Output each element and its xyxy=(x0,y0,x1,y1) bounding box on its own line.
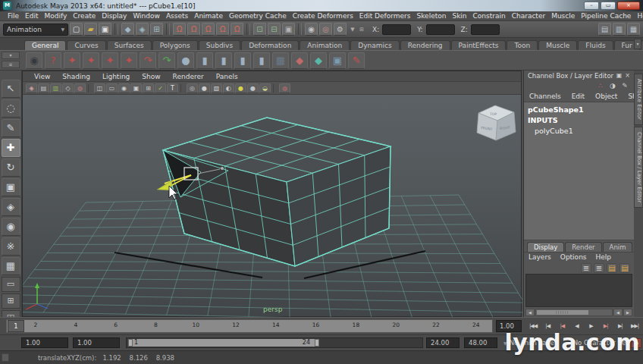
channel-box-menu-item[interactable]: Edit xyxy=(566,93,590,100)
menu-item[interactable]: Character xyxy=(509,12,548,20)
isolate-select-icon[interactable]: ◍ xyxy=(279,83,290,93)
viewport-canvas[interactable]: TOP FRONT RIGHT persp xyxy=(23,95,522,318)
default-lighting-icon[interactable]: ● xyxy=(235,83,246,93)
animation-start-field[interactable]: 1.00 xyxy=(21,337,68,348)
perspective-viewport[interactable]: ViewShadingLightingShowRendererPanels ◈▤… xyxy=(22,71,522,317)
safe-title-icon[interactable]: ✓ xyxy=(155,83,166,93)
shelf-item-6[interactable]: ✦ xyxy=(121,52,137,69)
soft-modification-tool[interactable]: ◉ xyxy=(2,218,20,236)
show-tool-settings-icon[interactable]: ▥ xyxy=(613,23,626,36)
bookmarks-icon[interactable]: ▥ xyxy=(50,83,61,93)
shelf-item-14[interactable]: ▦ xyxy=(272,52,289,69)
menu-item[interactable]: Constrain xyxy=(470,12,509,20)
scale-tool[interactable]: ▣ xyxy=(2,178,20,196)
shelf-tab[interactable]: Dynamics xyxy=(350,40,399,50)
move-tool[interactable]: ✚ xyxy=(2,139,20,157)
input-connections-icon[interactable]: ⊡ xyxy=(253,23,266,36)
create-empty-layer-icon[interactable]: ▤ xyxy=(607,263,617,273)
menu-item[interactable]: Assets xyxy=(163,12,191,20)
viewport-toolbar-icon[interactable] xyxy=(180,84,184,93)
snap-to-surface-icon[interactable]: Ω xyxy=(231,23,243,36)
lasso-tool[interactable]: ◌ xyxy=(2,99,20,118)
shelf-item-8[interactable]: ↷ xyxy=(158,52,175,69)
layer-editor-menu-item[interactable]: Options xyxy=(556,253,591,261)
absolute-mode-icon[interactable]: ⊞ xyxy=(357,24,366,35)
move-layer-icon[interactable]: ≣ xyxy=(581,263,591,273)
range-start-handle[interactable] xyxy=(128,339,133,347)
playback-range-bar[interactable]: 1 24 xyxy=(128,339,319,347)
close-button[interactable]: × xyxy=(617,2,640,10)
layer-editor-tab[interactable]: Render xyxy=(565,242,601,252)
toolbar-icon[interactable] xyxy=(246,24,250,35)
channel-node[interactable]: INPUTS xyxy=(524,115,634,126)
layer-editor-tab[interactable]: Display xyxy=(527,242,564,252)
shelf-item-16[interactable]: ◆ xyxy=(310,52,327,69)
shelf-tab[interactable]: Muscle xyxy=(538,40,577,50)
shelf-item-9[interactable]: ● xyxy=(177,52,194,69)
toolbar-icon[interactable] xyxy=(166,24,170,35)
shelf-tab[interactable]: Rendering xyxy=(400,40,450,50)
restore-button[interactable]: ▭ xyxy=(601,2,616,10)
viewport-toolbar-icon[interactable] xyxy=(88,84,92,93)
current-frame-indicator[interactable]: 1 xyxy=(8,320,24,332)
playback-end-field[interactable]: 24.00 xyxy=(426,337,460,348)
menu-item[interactable]: Modify xyxy=(42,12,71,20)
layer-editor-menu-item[interactable]: Layers xyxy=(524,253,556,261)
create-layer-from-selected-icon[interactable]: ▤ xyxy=(619,263,630,273)
shelf-tab[interactable]: Curves xyxy=(67,40,105,50)
channel-node[interactable]: pCubeShape1 xyxy=(524,105,634,115)
shelf-item-11[interactable]: ▮ xyxy=(215,52,232,69)
shelf-item-13[interactable]: ▮ xyxy=(253,52,270,69)
wireframe-icon[interactable]: ◎ xyxy=(187,83,198,93)
render-current-frame-icon[interactable]: ◉ xyxy=(305,23,318,36)
menu-item[interactable]: Skin xyxy=(449,12,469,20)
scrollbar-thumb[interactable] xyxy=(537,310,588,315)
show-manipulator-tool[interactable]: ※ xyxy=(2,237,20,256)
shelf-tab[interactable]: Polygons xyxy=(152,40,198,50)
shelf-tab[interactable]: Surfaces xyxy=(107,40,152,50)
menu-item[interactable]: Edit xyxy=(22,12,41,20)
new-scene-icon[interactable]: ▢ xyxy=(70,23,83,36)
select-component-icon[interactable]: ⊞ xyxy=(150,23,163,36)
command-line-input[interactable] xyxy=(2,353,9,362)
field-chart-icon[interactable]: ▣ xyxy=(130,83,142,93)
shelf-item-2[interactable]: ? xyxy=(45,52,61,69)
universal-manipulator-tool[interactable]: ◈ xyxy=(2,198,20,216)
menu-item[interactable]: Animate xyxy=(191,12,226,20)
layer-editor-tab[interactable]: Anim xyxy=(603,242,633,252)
snap-to-curve-icon[interactable]: Ω xyxy=(187,23,200,36)
menu-set-dropdown[interactable]: Animation ▼ xyxy=(3,24,68,36)
gate-mask-icon[interactable]: ◉ xyxy=(118,83,130,93)
camera-attributes-icon[interactable]: ▤ xyxy=(38,83,49,93)
shelf-item-17[interactable]: ▣ xyxy=(329,52,346,69)
menu-item[interactable]: Create xyxy=(70,12,99,20)
layout-single-pane-icon[interactable]: ▭ xyxy=(2,277,20,292)
menu-item[interactable]: Geometry Cache xyxy=(226,12,290,20)
sort-layers-icon[interactable]: ≣ xyxy=(594,263,604,273)
x-coordinate-field[interactable] xyxy=(382,24,411,35)
channel-box-menu-item[interactable]: Object xyxy=(590,93,623,100)
toolbar-icon[interactable] xyxy=(298,24,302,35)
panel-menu-item[interactable]: Shading xyxy=(57,73,96,80)
panel-menu-item[interactable]: Show xyxy=(136,73,165,80)
menu-item[interactable]: File xyxy=(5,12,22,20)
render-settings-icon[interactable]: ⚙ xyxy=(334,23,347,36)
menu-item[interactable]: Muscle xyxy=(548,12,578,20)
construction-history-icon[interactable]: ▣ xyxy=(282,23,295,36)
shadows-icon[interactable]: ● xyxy=(247,83,259,93)
shaded-icon[interactable]: ● xyxy=(199,83,210,93)
hyperbolic-manip-icon[interactable]: ✎ xyxy=(620,82,629,89)
shelf-item-7[interactable]: ↷ xyxy=(140,52,156,69)
rotate-tool[interactable]: ↻ xyxy=(2,158,20,177)
layout-four-pane-icon[interactable]: ⊞ xyxy=(2,293,20,309)
image-plane-icon[interactable]: ◇ xyxy=(62,83,74,93)
z-coordinate-field[interactable] xyxy=(471,24,500,35)
shelf-item-3[interactable]: ✦ xyxy=(64,52,80,69)
snap-to-point-icon[interactable]: Ω xyxy=(202,23,215,36)
shelf-tab[interactable]: PaintEffects xyxy=(451,40,507,50)
shelf-item-10[interactable]: ▮ xyxy=(196,52,213,69)
sidebar-vertical-tab[interactable]: Channel Box / Layer Editor xyxy=(634,127,643,208)
textured-icon[interactable]: ▧ xyxy=(211,83,222,93)
panel-menu-item[interactable]: Renderer xyxy=(168,73,209,80)
save-scene-icon[interactable]: ▣ xyxy=(99,23,111,36)
